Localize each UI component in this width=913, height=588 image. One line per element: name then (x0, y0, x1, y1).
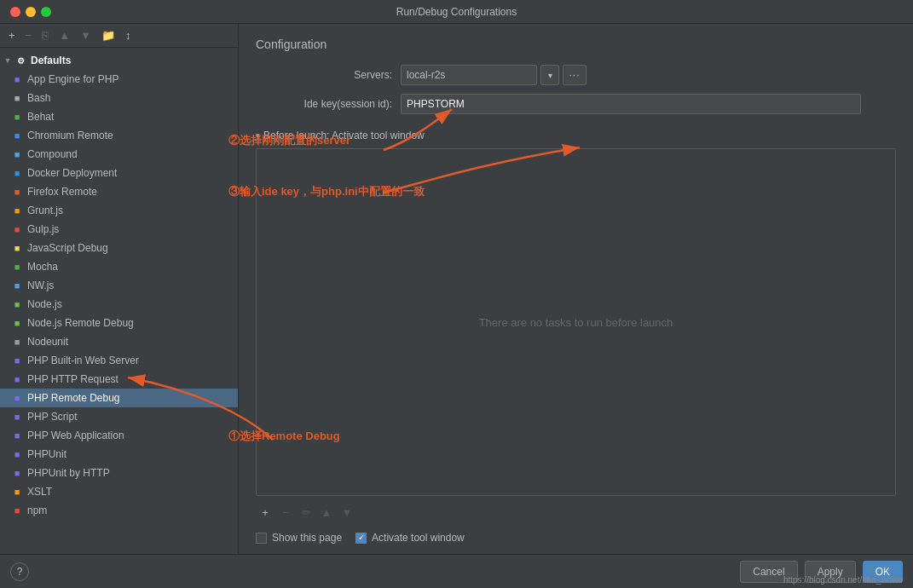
tree-item-php-web[interactable]: ■PHP Web Application (0, 426, 238, 445)
tree-item-xslt[interactable]: ■XSLT (0, 482, 238, 501)
before-launch-header[interactable]: ▾ Before launch: Activate tool window (256, 130, 896, 141)
mocha-icon: ■ (10, 260, 24, 274)
servers-select[interactable]: local-r2s (401, 65, 537, 85)
firefox-icon: ■ (10, 185, 24, 199)
add-task-button[interactable]: + (256, 503, 274, 522)
move-up-button[interactable]: ▲ (55, 28, 73, 43)
xslt-label: XSLT (27, 486, 52, 498)
tree-item-phpunit-http[interactable]: ■PHPUnit by HTTP (0, 464, 238, 482)
xslt-icon: ■ (10, 485, 24, 499)
show-page-label: Show this page (272, 532, 342, 544)
activate-window-checkbox[interactable] (355, 533, 367, 544)
chromium-remote-label: Chromium Remote (27, 130, 113, 141)
maximize-button[interactable] (41, 7, 51, 17)
config-section-title: Configuration (256, 37, 896, 51)
app-engine-icon: ■ (10, 72, 24, 86)
task-down-button[interactable]: ▼ (338, 503, 356, 522)
root-icon: ⚙ (14, 54, 27, 67)
activate-window-checkbox-container[interactable]: Activate tool window (355, 532, 465, 544)
php-http-icon: ■ (10, 372, 24, 386)
move-down-button[interactable]: ▼ (77, 28, 95, 43)
tree-items: ■App Engine for PHP■Bash■Behat■Chromium … (0, 70, 238, 520)
left-toolbar: + − ⎘ ▲ ▼ 📁 ↕ (0, 24, 238, 48)
php-http-label: PHP HTTP Request (27, 373, 118, 385)
close-button[interactable] (10, 7, 20, 17)
nodejs-label: Node.js (27, 298, 62, 310)
tasks-toolbar: + − ✏ ▲ ▼ (256, 503, 896, 522)
nodejs-remote-icon: ■ (10, 316, 24, 330)
window-controls (10, 7, 51, 17)
nodeunit-label: Nodeunit (27, 336, 68, 348)
remove-task-button[interactable]: − (276, 503, 295, 522)
tree-item-phpunit[interactable]: ■PHPUnit (0, 445, 238, 464)
tree-item-mocha[interactable]: ■Mocha (0, 257, 238, 276)
help-button[interactable]: ? (10, 562, 29, 581)
phpunit-label: PHPUnit (27, 448, 66, 460)
bottom-left: ? (10, 562, 29, 581)
php-web-icon: ■ (10, 429, 24, 442)
nodejs-icon: ■ (10, 297, 24, 311)
tree-root[interactable]: ▼ ⚙ Defaults (0, 51, 238, 70)
docker-label: Docker Deployment (27, 167, 117, 179)
tree-item-firefox[interactable]: ■Firefox Remote (0, 182, 238, 201)
tree-item-app-engine[interactable]: ■App Engine for PHP (0, 70, 238, 89)
tree-item-npm[interactable]: ■npm (0, 501, 238, 520)
tree-item-php-remote[interactable]: ■PHP Remote Debug (0, 389, 238, 407)
tasks-area: There are no tasks to run before launch (256, 148, 896, 496)
expand-icon: ▼ (3, 56, 12, 65)
show-page-checkbox[interactable] (256, 533, 267, 544)
tree-item-bash[interactable]: ■Bash (0, 89, 238, 107)
grunt-icon: ■ (10, 204, 24, 217)
compound-icon: ■ (10, 147, 24, 161)
sort-button[interactable]: ↕ (122, 28, 135, 43)
tree-item-chromium-remote[interactable]: ■Chromium Remote (0, 126, 238, 145)
servers-more-button[interactable]: ··· (563, 65, 587, 85)
tree-item-gulp[interactable]: ■Gulp.js (0, 220, 238, 239)
npm-icon: ■ (10, 504, 24, 517)
folder-button[interactable]: 📁 (98, 28, 118, 43)
ide-key-input[interactable] (401, 94, 861, 114)
task-up-button[interactable]: ▲ (317, 503, 336, 522)
nwjs-icon: ■ (10, 279, 24, 292)
php-script-label: PHP Script (27, 411, 77, 423)
add-config-button[interactable]: + (5, 28, 19, 43)
tree-item-nodeunit[interactable]: ■Nodeunit (0, 332, 238, 351)
edit-task-button[interactable]: ✏ (297, 503, 315, 522)
php-script-icon: ■ (10, 410, 24, 424)
tree-item-nodejs-remote[interactable]: ■Node.js Remote Debug (0, 314, 238, 332)
show-page-checkbox-container[interactable]: Show this page (256, 532, 342, 544)
nwjs-label: NW.js (27, 280, 54, 291)
window-title: Run/Debug Configurations (396, 6, 517, 18)
bottom-bar: ? Cancel Apply OK (0, 554, 913, 588)
tree-item-compound[interactable]: ■Compound (0, 145, 238, 164)
no-tasks-text: There are no tasks to run before launch (479, 316, 673, 329)
tree-item-behat[interactable]: ■Behat (0, 107, 238, 126)
tree-item-php-builtin[interactable]: ■PHP Built-in Web Server (0, 351, 238, 370)
nodejs-remote-label: Node.js Remote Debug (27, 317, 134, 329)
server-select-container: local-r2s ▾ ··· (401, 65, 587, 85)
tree-item-php-script[interactable]: ■PHP Script (0, 407, 238, 426)
copy-config-button[interactable]: ⎘ (38, 28, 52, 43)
bash-label: Bash (27, 92, 50, 104)
tree-item-php-http[interactable]: ■PHP HTTP Request (0, 370, 238, 389)
grunt-label: Grunt.js (27, 205, 63, 216)
tree-item-nodejs[interactable]: ■Node.js (0, 295, 238, 314)
tree-item-nwjs[interactable]: ■NW.js (0, 276, 238, 295)
php-builtin-label: PHP Built-in Web Server (27, 355, 139, 366)
tree-item-docker[interactable]: ■Docker Deployment (0, 164, 238, 182)
tree-item-javascript[interactable]: ■JavaScript Debug (0, 239, 238, 257)
firefox-label: Firefox Remote (27, 186, 97, 198)
ide-key-row: Ide key(session id): (256, 94, 896, 114)
servers-dropdown-arrow[interactable]: ▾ (540, 65, 559, 85)
ide-key-label: Ide key(session id): (256, 98, 392, 110)
docker-icon: ■ (10, 166, 24, 180)
servers-row: Servers: local-r2s ▾ ··· (256, 65, 896, 85)
minimize-button[interactable] (26, 7, 36, 17)
phpunit-icon: ■ (10, 447, 24, 461)
left-panel: + − ⎘ ▲ ▼ 📁 ↕ ▼ ⚙ Defaults ■App Engine f… (0, 24, 239, 554)
app-engine-label: App Engine for PHP (27, 73, 118, 85)
remove-config-button[interactable]: − (22, 28, 36, 43)
phpunit-http-label: PHPUnit by HTTP (27, 467, 110, 479)
tree-item-grunt[interactable]: ■Grunt.js (0, 201, 238, 220)
activate-window-label: Activate tool window (372, 532, 465, 544)
